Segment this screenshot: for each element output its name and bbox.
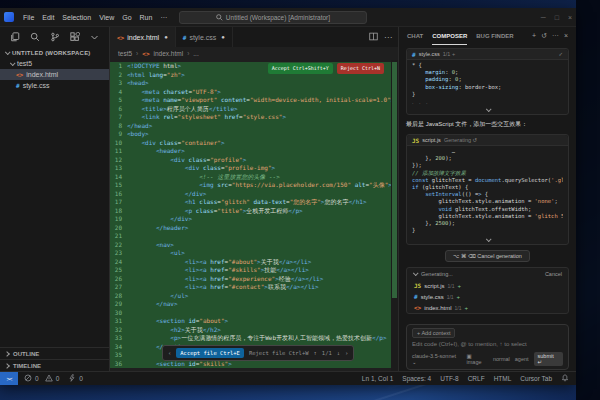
cancel-link[interactable]: Cancel — [545, 271, 562, 277]
ports-count[interactable]: 0 — [79, 375, 83, 382]
extensions-icon[interactable] — [70, 32, 80, 42]
modified-dot-icon: ● — [164, 34, 168, 40]
code-line: 32 <h2>关于我</h2> — [110, 326, 398, 335]
code-editor[interactable]: 1<!DOCTYPE html>2<html lang="zh">3<head>… — [110, 60, 398, 371]
warnings-count[interactable]: 0 — [56, 375, 60, 382]
maximize-button[interactable]: □ — [555, 14, 559, 21]
code-line: 8</head> — [110, 122, 398, 131]
app-logo-icon[interactable] — [4, 12, 14, 22]
explorer-icon[interactable] — [10, 32, 20, 42]
split-editor-icon[interactable] — [369, 32, 378, 42]
tab-index-html[interactable]: <>index.html● — [110, 27, 176, 47]
line-number: 10 — [110, 139, 127, 148]
errors-count[interactable]: 0 — [35, 375, 39, 382]
reject-diff-button[interactable]: Reject Ctrl+N — [337, 63, 384, 74]
tab-label: style.css — [189, 34, 216, 41]
timeline-section[interactable]: TIMELINE — [0, 359, 109, 371]
breadcrumb-folder[interactable]: test5 — [118, 50, 132, 57]
menu-selection[interactable]: Selection — [58, 8, 95, 27]
menu-file[interactable]: File — [19, 8, 38, 27]
css-card-header[interactable]: # style.css 1/1 + ✓ — [407, 49, 568, 60]
next-diff-icon[interactable]: › — [345, 349, 348, 358]
code-line: 10 <div class="container"> — [110, 139, 398, 148]
errors-icon[interactable] — [24, 374, 32, 383]
minimap-diff-region — [392, 62, 397, 298]
explorer-folder-test5[interactable]: test5 — [0, 58, 109, 69]
generating-file-index-html[interactable]: <>index.html1/1+ — [407, 302, 568, 313]
composer-input-placeholder[interactable]: Edit code (Ctrl+I), @ to mention, ↑ to s… — [412, 341, 563, 347]
status-crlf[interactable]: CRLF — [468, 375, 485, 382]
attach-image-button[interactable]: ▣ image — [467, 353, 488, 365]
code-line: 6 <title>程序员个人简历</title> — [110, 105, 398, 114]
up-icon[interactable]: ↑ — [314, 349, 317, 358]
history-icon[interactable]: ↺ — [541, 32, 547, 40]
generating-file-style-css[interactable]: #style.css1/1+ — [407, 291, 568, 302]
close-panel-icon[interactable]: × — [564, 32, 568, 40]
submit-button[interactable]: submit ↵ — [534, 352, 563, 366]
file-item-index-html[interactable]: <>index.html — [0, 69, 109, 80]
panel-tab-bug-finder[interactable]: BUG FINDER — [476, 27, 513, 45]
line-number: 4 — [110, 88, 127, 97]
accept-diff-button[interactable]: Accept Ctrl+Shift+Y — [268, 63, 333, 74]
panel-tab-chat[interactable]: CHAT — [407, 27, 423, 45]
ports-icon[interactable] — [68, 374, 76, 383]
line-number: 33 — [110, 334, 127, 343]
breadcrumb-more[interactable]: ... — [193, 50, 198, 57]
close-button[interactable]: × — [568, 14, 572, 21]
status-ln-1-col-1[interactable]: Ln 1, Col 1 — [362, 375, 393, 382]
expand-card-button[interactable] — [407, 235, 568, 244]
status-spaces-4[interactable]: Spaces: 4 — [402, 375, 431, 382]
js-code-line: … — [412, 148, 563, 155]
add-context-button[interactable]: + Add context — [412, 328, 455, 338]
down-icon[interactable]: ↓ — [337, 349, 340, 358]
generating-file-script-js[interactable]: JSscript.js1/1+ — [407, 280, 568, 291]
breadcrumb-file[interactable]: index.html — [154, 50, 184, 57]
file-name: script.js — [424, 283, 444, 289]
source-control-icon[interactable] — [50, 32, 60, 42]
expand-card-button[interactable] — [407, 105, 568, 114]
explorer-file-list: <>index.html#style.css — [0, 69, 109, 91]
mode-normal[interactable]: normal — [493, 356, 510, 362]
breadcrumb[interactable]: test5 › <> index.html › ... — [110, 47, 398, 60]
file-item-style-css[interactable]: #style.css — [0, 80, 109, 91]
model-selector[interactable]: claude-3.5-sonnet ⌄ — [412, 353, 462, 365]
menu-go[interactable]: Go — [118, 8, 135, 27]
js-card-header[interactable]: JS script.js Generating ↺ — [407, 135, 568, 146]
line-number: 18 — [110, 207, 127, 216]
outline-section[interactable]: OUTLINE — [0, 347, 109, 359]
panel-tab-composer[interactable]: COMPOSER — [432, 27, 467, 45]
cancel-generation-button[interactable]: ⌥ ⌘ ⌫ Cancel generation — [445, 250, 530, 262]
menu-run[interactable]: Run — [136, 8, 157, 27]
chevron-down-icon[interactable] — [413, 271, 419, 277]
line-number: 21 — [110, 232, 127, 241]
status-utf-8[interactable]: UTF-8 — [440, 375, 458, 382]
search-icon[interactable] — [30, 32, 40, 42]
remote-indicator[interactable]: >< — [0, 372, 18, 385]
menu-more[interactable]: ··· — [156, 8, 171, 27]
mode-agent[interactable]: agent — [515, 356, 529, 362]
tab-style-css[interactable]: #style.css● — [176, 27, 233, 47]
status-cursor-tab[interactable]: Cursor Tab — [520, 375, 552, 382]
reject-file-button[interactable]: Reject file Ctrl+W — [249, 349, 309, 358]
chevron-down-icon[interactable] — [90, 33, 99, 42]
warnings-icon[interactable] — [45, 374, 53, 383]
minimap[interactable] — [391, 60, 398, 371]
composer-input-box[interactable]: + Add context Edit code (Ctrl+I), @ to m… — [406, 324, 569, 370]
accept-file-button[interactable]: Accept file Ctrl+E — [176, 348, 244, 359]
menu-edit[interactable]: Edit — [38, 8, 58, 27]
workspace-name: UNTITLED (WORKSPACE) — [12, 50, 91, 56]
menu-view[interactable]: View — [95, 8, 118, 27]
code-line: 15 <img src="https://via.placeholder.com… — [110, 181, 398, 190]
more-actions-icon[interactable]: ⋯ — [384, 33, 392, 42]
command-center-search[interactable]: Untitled (Workspace) [Administrator] — [179, 11, 367, 24]
notifications-bell-icon[interactable] — [561, 374, 569, 383]
css-code-line: margin: 0; — [412, 69, 563, 76]
new-composer-icon[interactable]: + — [532, 32, 536, 40]
explorer-root-folder[interactable]: UNTITLED (WORKSPACE) — [0, 47, 109, 58]
code-line: 17 <h1 class="glitch" data-text="您的名字">您… — [110, 198, 398, 207]
prev-diff-icon[interactable]: ‹ — [168, 349, 171, 358]
assistant-message: 最后是 JavaScript 文件，添加一些交互效果： — [406, 120, 569, 129]
minimize-button[interactable]: ─ — [541, 14, 546, 21]
status-html[interactable]: HTML — [494, 375, 512, 382]
more-icon[interactable]: ··· — [552, 32, 559, 40]
